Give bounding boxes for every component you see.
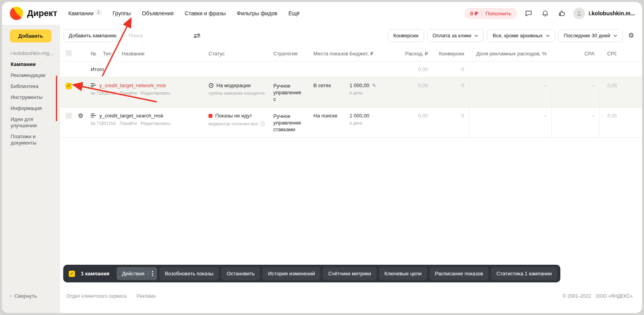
nav-tab-groups[interactable]: Группы	[113, 10, 131, 16]
nav-tab-ads[interactable]: Объявления	[142, 10, 174, 16]
selected-count: 1 кампания	[81, 271, 110, 277]
nav-tab-campaigns-label: Кампании	[68, 10, 93, 16]
nav-tab-bids-label: Ставки и фразы	[185, 10, 226, 16]
share-cell: –	[469, 77, 551, 107]
add-campaign-button[interactable]: Добавить кампанию	[63, 29, 122, 42]
go-to-link[interactable]: Перейти	[120, 121, 137, 126]
sidebar-item-payments[interactable]: Платежи и документы	[2, 131, 60, 148]
nav-tab-feed-filters[interactable]: Фильтры фидов	[237, 10, 278, 16]
nav-tab-campaigns[interactable]: Кампании 1	[68, 10, 102, 16]
user-menu[interactable]: i.kolobushkin.m...	[573, 7, 635, 19]
share-cell: –	[469, 108, 551, 137]
filters-button[interactable]	[191, 30, 203, 41]
col-cpa[interactable]: CPA	[551, 51, 599, 57]
period-label: Последние 30 дней	[564, 33, 610, 38]
stop-button[interactable]: Остановить	[221, 267, 260, 280]
sidebar-item-campaigns[interactable]: Кампании	[2, 59, 60, 70]
payment-model-label: Оплата за клики	[433, 33, 472, 38]
chat-button[interactable]	[523, 8, 534, 19]
add-button[interactable]: Добавить	[10, 29, 51, 42]
campaign-name-link[interactable]: y_credit_target_search_msk	[99, 113, 163, 119]
select-all-checkbox[interactable]	[66, 50, 72, 56]
balance-pill[interactable]: 0 ₽ Пополнить	[465, 8, 517, 19]
sidebar-item-tools[interactable]: Инструменты	[2, 92, 60, 103]
col-places[interactable]: Места показов	[313, 51, 349, 57]
archive-filter-dropdown[interactable]: Все, кроме архивных	[487, 29, 555, 42]
key-goals-button[interactable]: Ключевые цели	[379, 267, 427, 280]
sidebar-item-account[interactable]: i-kolobushkin-mg...	[2, 48, 60, 59]
edit-budget-pencil-icon[interactable]: ✎	[372, 82, 377, 88]
nav-tab-more[interactable]: Ещё	[288, 10, 300, 16]
chevron-down-icon	[613, 35, 617, 37]
pill-divider	[481, 11, 482, 16]
actions-menu-button[interactable]: Действия	[117, 267, 157, 280]
table-header-row: № Тип Название Статус Стратегия Места по…	[60, 46, 642, 62]
nav-tab-bids[interactable]: Ставки и фразы	[185, 10, 226, 16]
chat-icon	[525, 9, 532, 17]
campaign-statistics-button[interactable]: Статистика 1 кампании	[491, 267, 557, 280]
advertising-link[interactable]: Реклама	[137, 293, 156, 299]
edit-link[interactable]: Редактировать	[141, 121, 170, 126]
conversions-cell: 0	[433, 77, 469, 107]
col-share[interactable]: Доля рекламных расходов, %	[469, 51, 551, 57]
footer: Отдел клиентского сервиса Реклама © 2001…	[60, 288, 642, 313]
chevron-down-icon	[474, 35, 478, 37]
period-dropdown[interactable]: Последние 30 дней	[558, 29, 623, 42]
notifications-button[interactable]	[540, 8, 551, 19]
header-right-controls: 0 ₽ Пополнить i.kolobushkin.m...	[465, 7, 635, 19]
yandex-direct-logo[interactable]: Директ	[10, 7, 57, 20]
sidebar-item-recommendations[interactable]: Рекомендации	[2, 70, 60, 81]
conversions-filter-button[interactable]: Конверсии	[388, 29, 424, 42]
col-number[interactable]: №	[91, 51, 103, 57]
col-strategy[interactable]: Стратегия	[273, 51, 313, 57]
row-checkbox[interactable]	[66, 83, 72, 89]
spend-cell: 0,00	[393, 77, 433, 107]
resume-shows-button[interactable]: Возобновить показы	[159, 267, 219, 280]
campaign-number: № 71807150	[91, 121, 116, 126]
cpa-cell: –	[551, 77, 599, 107]
topup-link[interactable]: Пополнить	[485, 11, 511, 16]
table-row: ⚙ y_credit_target_search_msk № 71807150 …	[60, 108, 642, 138]
search-input[interactable]	[125, 29, 188, 42]
col-cpc[interactable]: CPC	[599, 51, 642, 57]
campaign-name-link[interactable]: y_credit_target_network_msk	[99, 82, 166, 88]
text-campaign-type-icon	[91, 114, 96, 118]
metrica-counters-button[interactable]: Счётчики метрики	[323, 267, 377, 280]
balance-amount: 0 ₽	[470, 11, 478, 16]
go-to-link[interactable]: Перейти	[120, 91, 137, 95]
sidebar-item-information[interactable]: Информация	[2, 103, 60, 114]
selection-checkbox[interactable]	[69, 271, 75, 277]
campaigns-toolbar: Добавить кампанию Конверсии Оплата за кл…	[60, 25, 642, 46]
row-settings-gear-icon[interactable]: ⚙	[77, 108, 91, 137]
totals-row: Итого 0,00 0	[60, 62, 642, 77]
table-settings-button[interactable]: ⚙	[626, 30, 637, 41]
client-service-link[interactable]: Отдел клиентского сервиса	[66, 293, 126, 299]
sidebar-collapse-button[interactable]: Свернуть	[2, 293, 60, 313]
budget-period: в день	[349, 121, 393, 125]
campaigns-count-badge: 1	[95, 9, 102, 15]
main-nav: Кампании 1 Группы Объявления Ставки и фр…	[68, 10, 300, 16]
row-settings-gear-icon[interactable]: ⚙	[77, 77, 91, 107]
col-type[interactable]: Тип	[103, 51, 122, 57]
sidebar-item-library[interactable]: Библиотека	[2, 81, 60, 92]
budget-value: 1 000,00	[349, 82, 370, 88]
totals-conversions: 0	[433, 66, 469, 72]
col-budget[interactable]: Бюджет, ₽	[349, 51, 393, 57]
budget-value: 1 000,00	[349, 113, 370, 119]
feedback-button[interactable]	[556, 8, 567, 19]
change-history-button[interactable]: История изменений	[262, 267, 320, 280]
yandex-logo-icon	[10, 7, 23, 20]
info-icon[interactable]	[260, 121, 265, 126]
col-name[interactable]: Название	[122, 51, 145, 57]
nav-tab-more-label: Ещё	[288, 10, 300, 16]
sidebar-item-ideas[interactable]: Идеи для улучшения	[2, 114, 60, 131]
col-conversions[interactable]: Конверсии	[433, 51, 469, 57]
col-spend[interactable]: Расход, ₽	[393, 51, 433, 57]
col-status[interactable]: Статус	[209, 51, 273, 57]
show-schedule-button[interactable]: Расписание показов	[430, 267, 489, 280]
clock-icon	[209, 83, 214, 88]
edit-link[interactable]: Редактировать	[141, 91, 170, 95]
payment-model-dropdown[interactable]: Оплата за клики	[427, 29, 484, 42]
row-checkbox[interactable]	[66, 113, 72, 119]
app-window: Директ Кампании 1 Группы Объявления Став…	[2, 2, 642, 313]
